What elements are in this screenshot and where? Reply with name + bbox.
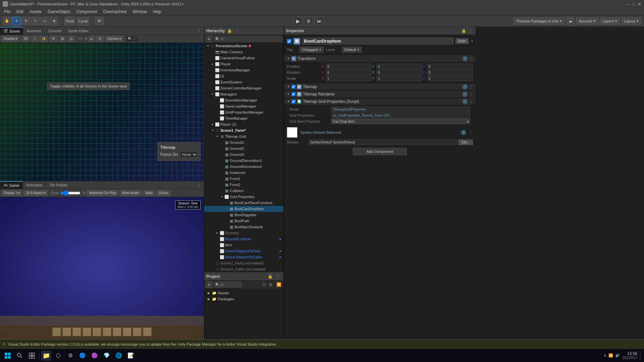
- hier-player[interactable]: ► ⬜ Player: [204, 61, 283, 67]
- selection-button[interactable]: ▸: [89, 36, 95, 42]
- maximize-on-play[interactable]: Maximize On Play: [87, 190, 119, 196]
- tab-animator[interactable]: Animator: [23, 27, 45, 35]
- rect-tool[interactable]: ▭: [40, 17, 49, 25]
- material-help[interactable]: ?: [461, 130, 466, 135]
- scale-x-input[interactable]: [326, 76, 372, 81]
- hier-managers[interactable]: ▼ ⬜ Managers: [204, 91, 283, 97]
- hierarchy-options-button[interactable]: ⋮: [234, 27, 241, 34]
- visibility-button[interactable]: 👁: [49, 36, 57, 42]
- hier-bool-diggable[interactable]: ▦ BoolDiggable: [204, 212, 283, 218]
- hier-bool-path[interactable]: ▦ BoolPath: [204, 218, 283, 224]
- hand-tool[interactable]: ✋: [3, 17, 11, 25]
- gizmos-dropdown[interactable]: Gizmos: [105, 36, 123, 42]
- inventory-slot[interactable]: [72, 327, 82, 337]
- rotation-x-input[interactable]: [326, 70, 372, 75]
- hier-event-system[interactable]: ⬜ EventSystem: [204, 79, 283, 85]
- comp-help-button[interactable]: ?: [462, 56, 468, 61]
- stats-button[interactable]: Stats: [143, 190, 155, 196]
- scale-z-input[interactable]: [427, 76, 473, 81]
- hier-ground2[interactable]: ▦ Ground2: [204, 145, 283, 152]
- grid-button[interactable]: ⊞: [59, 36, 66, 42]
- menu-edit[interactable]: Edit: [14, 9, 26, 15]
- hier-scenery[interactable]: ► ⬜ Scenery: [204, 230, 283, 236]
- scene-view[interactable]: Toggle visibility of all Gizmos in the S…: [0, 43, 204, 181]
- tilemap-grid-props-header[interactable]: ▼ 📄 Tilemap Grid Properties (Script) ? ⋮: [284, 98, 476, 105]
- taskbar-explorer[interactable]: 📁: [41, 351, 51, 361]
- taskbar-clock[interactable]: 15:56 2022/9/17: [623, 351, 638, 360]
- hier-camera-virtual[interactable]: ⬜ CameraVirtualFollow: [204, 55, 283, 61]
- hier-front1[interactable]: ▦ Front1: [204, 176, 283, 182]
- menu-help[interactable]: Help: [150, 9, 164, 15]
- script-enabled-checkbox[interactable]: [291, 100, 296, 104]
- hier-bool-place-furniture[interactable]: ▦ BoolCanPlaceFurniture: [204, 200, 283, 206]
- object-name-input[interactable]: [302, 38, 453, 45]
- hier-front2[interactable]: ▦ Front2: [204, 182, 283, 188]
- hier-bool-can-drop[interactable]: ▦ BoolCanDropItem: [204, 206, 283, 212]
- inventory-slot[interactable]: [62, 327, 71, 337]
- shader-value-field[interactable]: Sprites/Default Sprites/Default: [308, 139, 457, 145]
- inventory-slot[interactable]: [112, 327, 122, 337]
- focus-dropdown[interactable]: None: [180, 151, 198, 158]
- menu-file[interactable]: File: [1, 9, 13, 15]
- comp-help-button[interactable]: ?: [462, 99, 468, 104]
- hier-tilemap-grid[interactable]: ▼ ⊞ Tilemap Grid: [204, 133, 283, 139]
- hier-item[interactable]: ⬜ Item: [204, 242, 283, 248]
- layers-dropdown[interactable]: Layers: [600, 17, 620, 25]
- local-button[interactable]: Local: [77, 17, 89, 25]
- taskbar-chrome[interactable]: 🌐: [114, 351, 124, 361]
- hier-ui[interactable]: ⬜ UI: [204, 73, 283, 79]
- static-button[interactable]: Static: [455, 38, 469, 44]
- pause-button[interactable]: ⏸: [304, 16, 313, 26]
- inventory-slot[interactable]: [122, 327, 132, 337]
- taskbar-unity[interactable]: ⬡: [53, 351, 63, 361]
- scale-tool[interactable]: ⤡: [31, 17, 40, 25]
- position-z-input[interactable]: [427, 64, 473, 69]
- cloud-button[interactable]: ☁: [566, 17, 575, 25]
- scene-panel-options[interactable]: ⋮: [195, 28, 204, 33]
- comp-settings-button[interactable]: ⋮: [469, 84, 473, 89]
- position-x-input[interactable]: [326, 64, 372, 69]
- hier-player-1[interactable]: ► ⬜ Player (1): [204, 121, 283, 127]
- maximize-icon[interactable]: □: [632, 2, 635, 7]
- account-dropdown[interactable]: Account: [576, 17, 598, 25]
- display-dropdown[interactable]: Display 1: [1, 190, 22, 196]
- project-add-button[interactable]: +: [206, 281, 212, 288]
- rotation-z-input[interactable]: [427, 70, 473, 75]
- inspector-options-button[interactable]: ⋮: [467, 27, 474, 34]
- hierarchy-lock-button[interactable]: 🔒: [226, 27, 233, 34]
- hier-scene-item[interactable]: ⬜ SceneItemManager: [204, 97, 283, 103]
- object-active-checkbox[interactable]: [287, 39, 291, 44]
- hier-main-camera[interactable]: 📷 Main Camera: [204, 49, 283, 55]
- menu-assets[interactable]: Assets: [27, 9, 44, 15]
- inventory-slot[interactable]: [52, 327, 61, 337]
- hier-instances[interactable]: ▦ Instances: [204, 170, 283, 176]
- menu-component[interactable]: Component: [73, 9, 100, 15]
- grid-bool-dropdown[interactable]: Can Drop Item: [331, 119, 470, 124]
- other-button[interactable]: ◎: [67, 36, 75, 42]
- menu-gameobject[interactable]: GameObject: [45, 9, 73, 15]
- hier-ground3[interactable]: ▦ Ground3: [204, 152, 283, 158]
- hier-teleport-field[interactable]: ⬜ SceneTeleportToField ►: [204, 248, 283, 254]
- layer-dropdown[interactable]: Default: [342, 47, 362, 53]
- pivot-button[interactable]: Pivot: [64, 17, 75, 25]
- inventory-slot[interactable]: [143, 327, 152, 337]
- hier-time[interactable]: ⬜ TimeManager: [204, 115, 283, 121]
- delete-button[interactable]: ✕: [96, 36, 104, 42]
- hierarchy-add-button[interactable]: +: [206, 36, 212, 42]
- hier-bounds-confiner[interactable]: ⬜ BoundsConfiner ►: [204, 236, 283, 242]
- project-search-input[interactable]: [220, 283, 240, 287]
- hier-save-load[interactable]: ⬜ SaveLoadManager: [204, 103, 283, 109]
- inventory-slot[interactable]: [82, 327, 92, 337]
- inventory-slot[interactable]: [132, 327, 142, 337]
- aspect-dropdown[interactable]: 16:9 Aspect: [23, 190, 48, 196]
- gizmos-game-button[interactable]: Gizmo: [156, 190, 171, 196]
- project-packages-folder[interactable]: ► 📁 Packages: [206, 296, 282, 302]
- hier-scene3-cabin[interactable]: ⬡ Scene3_Cabin (not loaded) ⋮: [204, 266, 283, 272]
- tray-chevron[interactable]: ∧: [604, 353, 606, 358]
- hier-scene2-field[interactable]: ⬡ Scene2_Field (not loaded) ⋮: [204, 260, 283, 266]
- material-settings[interactable]: ⋮: [469, 130, 473, 135]
- comp-help-button[interactable]: ?: [462, 92, 468, 97]
- tilemap-component-header[interactable]: ▼ ▦ Tilemap ? ⋮: [284, 83, 476, 90]
- hier-scene-controller[interactable]: ⬜ SceneControllerManager: [204, 85, 283, 91]
- tab-scene[interactable]: 🎬 Scene: [0, 27, 23, 35]
